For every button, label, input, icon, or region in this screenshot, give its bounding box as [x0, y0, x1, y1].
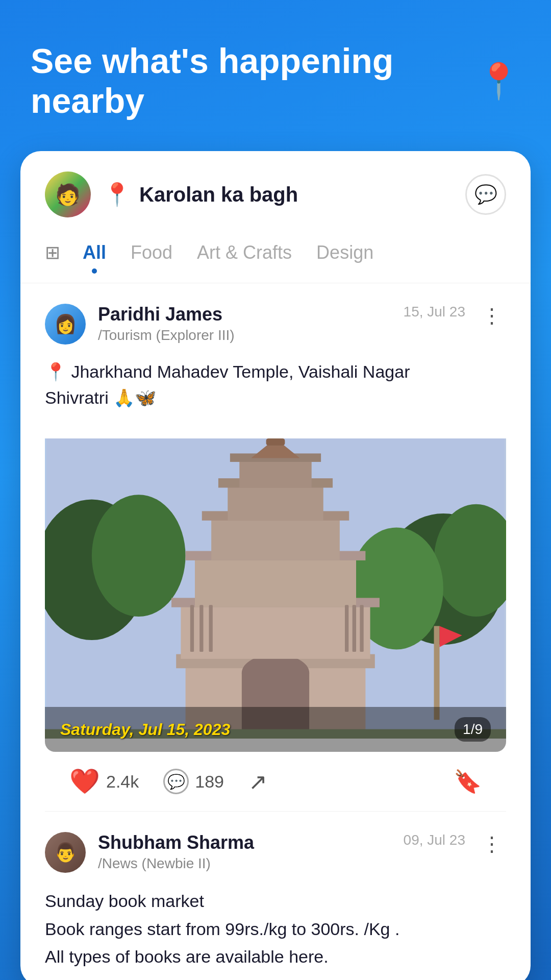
post-1: 👩 Paridhi James /Tourism (Explorer III) … [20, 283, 531, 812]
temple-svg [45, 425, 506, 752]
location-pin-icon: 📍 [103, 181, 131, 208]
post-2-role: /News (Newbie II) [98, 855, 391, 872]
post-1-content: 📍 Jharkhand Mahadev Temple, Vaishali Nag… [45, 359, 506, 411]
location-name: Karolan ka bagh [139, 183, 298, 206]
post-1-avatar: 👩 [45, 304, 86, 345]
like-button[interactable]: ❤️ 2.4k [69, 767, 139, 796]
post-2-user-info: Shubham Sharma /News (Newbie II) [98, 832, 391, 872]
post-1-image: Saturday, Jul 15, 2023 1/9 [45, 425, 506, 752]
main-card: 🧑 📍 Karolan ka bagh 💬 ⊞ All Food Art & C… [20, 151, 531, 980]
post-2-header: 👨 Shubham Sharma /News (Newbie II) 09, J… [45, 832, 506, 873]
page-container: See what's happening nearby 📍 🧑 📍 Karola… [0, 0, 551, 980]
bookmark-icon: 🔖 [454, 769, 482, 794]
post-1-actions: ❤️ 2.4k 💬 189 ↗ 🔖 [45, 752, 506, 812]
chat-button[interactable]: 💬 [465, 174, 506, 215]
post-1-text: 📍 Jharkhand Mahadev Temple, Vaishali Nag… [45, 362, 410, 407]
header-title-text: See what's happening nearby [31, 41, 467, 120]
post-2: 👨 Shubham Sharma /News (Newbie II) 09, J… [20, 812, 531, 980]
comment-count: 189 [195, 772, 224, 792]
filter-icon: ⊞ [45, 242, 60, 263]
tabs-bar: ⊞ All Food Art & Crafts Design [20, 233, 531, 283]
pin-emoji: 📍 [477, 61, 520, 101]
post-1-header: 👩 Paridhi James /Tourism (Explorer III) … [45, 304, 506, 345]
post-1-menu[interactable]: ⋮ [478, 304, 506, 327]
chat-icon: 💬 [474, 184, 497, 205]
svg-rect-31 [434, 626, 440, 720]
tab-art-crafts[interactable]: Art & Crafts [195, 238, 294, 267]
card-header: 🧑 📍 Karolan ka bagh 💬 [20, 151, 531, 233]
post-2-menu[interactable]: ⋮ [478, 832, 506, 855]
like-count: 2.4k [106, 772, 139, 792]
post-2-date: 09, Jul 23 [404, 832, 465, 848]
post-1-date: 15, Jul 23 [404, 304, 465, 320]
post-2-avatar: 👨 [45, 832, 86, 873]
tab-design[interactable]: Design [314, 238, 375, 267]
post-1-role: /Tourism (Explorer III) [98, 327, 391, 344]
tab-food[interactable]: Food [129, 238, 174, 267]
post-1-username: Paridhi James [98, 304, 391, 325]
comment-icon: 💬 [163, 769, 189, 794]
share-icon: ↗ [248, 769, 267, 795]
post-1-user-info: Paridhi James /Tourism (Explorer III) [98, 304, 391, 344]
page-header: See what's happening nearby 📍 [0, 0, 551, 151]
comment-button[interactable]: 💬 189 [163, 769, 224, 794]
tab-all[interactable]: All [81, 238, 108, 267]
post-2-content: Sunday book market Book ranges start fro… [45, 887, 506, 980]
image-counter: 1/9 [455, 717, 491, 742]
image-overlay: Saturday, Jul 15, 2023 1/9 [45, 707, 506, 752]
image-date: Saturday, Jul 15, 2023 [60, 720, 230, 739]
share-button[interactable]: ↗ [248, 769, 267, 795]
like-icon: ❤️ [69, 767, 100, 796]
user-avatar: 🧑 [45, 172, 91, 217]
bookmark-button[interactable]: 🔖 [454, 768, 482, 795]
location-area[interactable]: 📍 Karolan ka bagh [103, 181, 453, 208]
post-2-username: Shubham Sharma [98, 832, 391, 853]
